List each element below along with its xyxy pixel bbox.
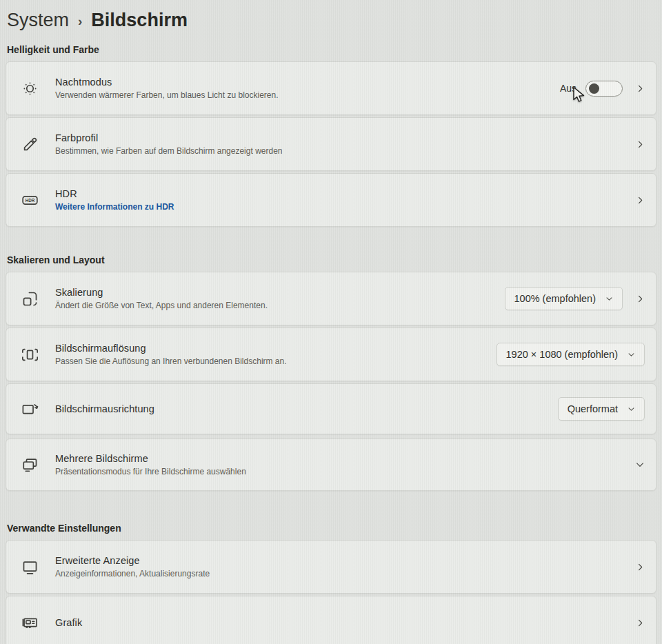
hdr-badge-icon: HDR	[21, 191, 39, 210]
scaling-dropdown[interactable]: 100% (empfohlen)	[505, 287, 623, 310]
row-color-profile[interactable]: Farbprofil Bestimmen, wie Farben auf dem…	[6, 117, 656, 171]
color-profile-title: Farbprofil	[55, 132, 623, 143]
chevron-right-icon[interactable]	[636, 294, 645, 303]
row-night-mode[interactable]: Nachtmodus Verwenden wärmerer Farben, um…	[6, 61, 656, 115]
section-heading-related-settings: Verwandte Einstellungen	[7, 523, 656, 534]
color-profile-text: Farbprofil Bestimmen, wie Farben auf dem…	[55, 132, 623, 156]
row-advanced-display[interactable]: Erweiterte Anzeige Anzeigeinformationen,…	[6, 540, 656, 594]
color-profile-subtitle: Bestimmen, wie Farben auf dem Bildschirm…	[55, 146, 623, 156]
chevron-right-icon[interactable]	[636, 563, 645, 572]
multiple-displays-text: Mehrere Bildschirme Präsentationsmodus f…	[55, 453, 635, 476]
section-heading-brightness-color: Helligkeit und Farbe	[7, 44, 656, 55]
multiple-displays-title: Mehrere Bildschirme	[55, 453, 635, 464]
night-mode-toggle-state: Aus	[560, 83, 576, 94]
night-mode-subtitle: Verwenden wärmerer Farben, um blaues Lic…	[55, 90, 560, 100]
section-heading-scale-layout: Skalieren und Layout	[7, 254, 656, 265]
monitor-icon	[21, 558, 39, 576]
chevron-right-icon[interactable]	[636, 140, 645, 149]
resolution-text: Bildschirmauflösung Passen Sie die Auflö…	[55, 343, 496, 366]
orientation-title: Bildschirmausrichtung	[55, 403, 558, 414]
row-hdr[interactable]: HDR HDR Weitere Informationen zu HDR	[6, 173, 656, 227]
chevron-right-icon[interactable]	[636, 618, 645, 627]
scaling-title: Skalierung	[55, 287, 505, 298]
chevron-right-icon[interactable]	[636, 196, 645, 205]
chevron-down-icon	[628, 351, 635, 359]
eyedropper-icon	[21, 135, 39, 154]
resolution-icon	[21, 345, 39, 364]
chevron-down-icon	[628, 405, 635, 413]
graphics-card-icon	[21, 614, 39, 632]
resolution-dropdown[interactable]: 1920 × 1080 (empfohlen)	[496, 343, 645, 366]
orientation-dropdown[interactable]: Querformat	[558, 397, 645, 421]
advanced-display-subtitle: Anzeigeinformationen, Aktualisierungsrat…	[55, 569, 623, 578]
advanced-display-title: Erweiterte Anzeige	[55, 555, 623, 566]
scaling-subtitle: Ändert die Größe von Text, Apps und ande…	[55, 301, 505, 310]
chevron-down-icon[interactable]	[635, 460, 645, 470]
breadcrumb: System › Bildschirm	[7, 7, 656, 33]
advanced-display-text: Erweiterte Anzeige Anzeigeinformationen,…	[55, 555, 623, 578]
settings-page: System › Bildschirm Helligkeit und Farbe…	[0, 0, 662, 644]
page-title: Bildschirm	[91, 10, 188, 31]
night-mode-text: Nachtmodus Verwenden wärmerer Farben, um…	[55, 77, 560, 100]
resolution-dropdown-value: 1920 × 1080 (empfohlen)	[506, 349, 618, 360]
breadcrumb-separator-icon: ›	[78, 12, 82, 29]
row-resolution[interactable]: Bildschirmauflösung Passen Sie die Auflö…	[6, 328, 656, 381]
hdr-title: HDR	[55, 188, 623, 199]
night-light-icon	[21, 79, 39, 98]
breadcrumb-system[interactable]: System	[7, 10, 69, 31]
chevron-right-icon[interactable]	[636, 84, 645, 93]
resolution-subtitle: Passen Sie die Auflösung an Ihren verbun…	[55, 356, 496, 366]
row-graphics[interactable]: Grafik	[6, 596, 656, 644]
orientation-text: Bildschirmausrichtung	[55, 403, 558, 414]
multiple-displays-icon	[21, 456, 39, 474]
scaling-dropdown-value: 100% (empfohlen)	[514, 293, 596, 304]
scaling-text: Skalierung Ändert die Größe von Text, Ap…	[55, 287, 505, 310]
row-scaling[interactable]: Skalierung Ändert die Größe von Text, Ap…	[6, 272, 656, 325]
orientation-icon	[21, 400, 39, 419]
toggle-knob	[589, 83, 599, 94]
hdr-learn-more-link[interactable]: Weitere Informationen zu HDR	[55, 202, 623, 212]
chevron-down-icon	[605, 295, 613, 303]
svg-text:HDR: HDR	[26, 198, 35, 203]
row-orientation[interactable]: Bildschirmausrichtung Querformat	[6, 383, 656, 434]
row-multiple-displays[interactable]: Mehrere Bildschirme Präsentationsmodus f…	[6, 439, 656, 491]
hdr-text: HDR Weitere Informationen zu HDR	[55, 188, 623, 212]
graphics-title: Grafik	[55, 617, 623, 628]
orientation-dropdown-value: Querformat	[568, 403, 618, 414]
resolution-title: Bildschirmauflösung	[55, 343, 496, 354]
night-mode-toggle[interactable]	[585, 81, 623, 97]
graphics-text: Grafik	[55, 617, 623, 628]
night-mode-title: Nachtmodus	[55, 77, 560, 88]
scale-icon	[21, 290, 39, 308]
multiple-displays-subtitle: Präsentationsmodus für Ihre Bildschirme …	[55, 467, 635, 476]
